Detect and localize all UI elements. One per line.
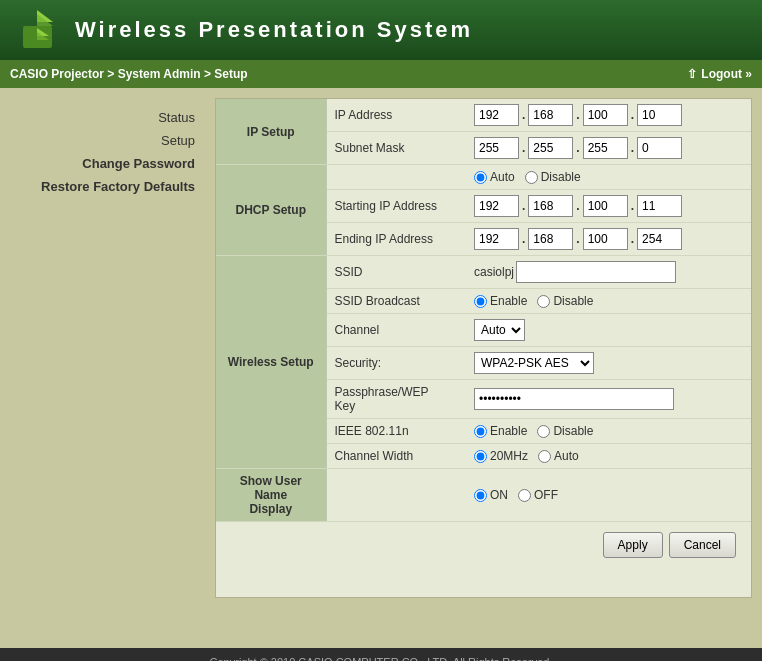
ssid-broadcast-label: SSID Broadcast	[326, 289, 466, 314]
ip-octet-3[interactable]	[583, 104, 628, 126]
channel-width-value: 20MHz Auto	[466, 444, 751, 469]
logo	[15, 8, 60, 53]
wireless-setup-label: Wireless Setup	[216, 256, 326, 469]
dhcp-mode-row: DHCP Setup Auto Disable	[216, 165, 751, 190]
ieee-label: IEEE 802.11n	[326, 419, 466, 444]
passphrase-value	[466, 380, 751, 419]
subnet-octet-3[interactable]	[583, 137, 628, 159]
subnet-octet-4[interactable]	[637, 137, 682, 159]
ssid-label: SSID	[326, 256, 466, 289]
security-select[interactable]: WPA2-PSK AES None WEP	[474, 352, 594, 374]
show-user-off-radio[interactable]	[518, 489, 531, 502]
form-table: IP Setup IP Address . . .	[216, 99, 751, 522]
ssid-broadcast-disable-option[interactable]: Disable	[537, 294, 593, 308]
ieee-enable-option[interactable]: Enable	[474, 424, 527, 438]
starting-ip-octet-2[interactable]	[528, 195, 573, 217]
ip-setup-label: IP Setup	[216, 99, 326, 165]
dhcp-disable-option[interactable]: Disable	[525, 170, 581, 184]
ip-address-label: IP Address	[326, 99, 466, 132]
dhcp-auto-radio[interactable]	[474, 171, 487, 184]
show-user-off-option[interactable]: OFF	[518, 488, 558, 502]
ending-ip-value: . . .	[466, 223, 751, 256]
sidebar-item-change-password[interactable]: Change Password	[82, 154, 195, 173]
channel-width-auto-option[interactable]: Auto	[538, 449, 579, 463]
breadcrumb: CASIO Projector > System Admin > Setup	[10, 67, 248, 81]
ssid-value: casiolpj	[466, 256, 751, 289]
ieee-disable-option[interactable]: Disable	[537, 424, 593, 438]
show-user-label-empty	[326, 469, 466, 522]
ssid-row: Wireless Setup SSID casiolpj	[216, 256, 751, 289]
starting-ip-octet-1[interactable]	[474, 195, 519, 217]
starting-ip-value: . . .	[466, 190, 751, 223]
apply-button[interactable]: Apply	[603, 532, 663, 558]
content-inner: IP Setup IP Address . . .	[215, 98, 752, 598]
sidebar-item-restore-factory[interactable]: Restore Factory Defaults	[41, 177, 195, 196]
ssid-broadcast-disable-radio[interactable]	[537, 295, 550, 308]
logout-arrow-icon: ⇧	[687, 67, 697, 81]
subnet-mask-value: . . .	[466, 132, 751, 165]
ssid-broadcast-value: Enable Disable	[466, 289, 751, 314]
content-area: IP Setup IP Address . . .	[205, 88, 762, 648]
ieee-value: Enable Disable	[466, 419, 751, 444]
ip-octet-2[interactable]	[528, 104, 573, 126]
channel-width-20mhz-option[interactable]: 20MHz	[474, 449, 528, 463]
security-label: Security:	[326, 347, 466, 380]
ssid-broadcast-enable-option[interactable]: Enable	[474, 294, 527, 308]
subnet-octet-1[interactable]	[474, 137, 519, 159]
ending-ip-octet-1[interactable]	[474, 228, 519, 250]
subnet-mask-label: Subnet Mask	[326, 132, 466, 165]
ieee-disable-radio[interactable]	[537, 425, 550, 438]
ending-ip-octet-4[interactable]	[637, 228, 682, 250]
header: Wireless Presentation System	[0, 0, 762, 60]
show-user-row: Show User Name Display ON OFF	[216, 469, 751, 522]
channel-width-label: Channel Width	[326, 444, 466, 469]
ip-octet-1[interactable]	[474, 104, 519, 126]
header-title: Wireless Presentation System	[75, 17, 473, 43]
channel-select[interactable]: Auto	[474, 319, 525, 341]
copyright-text: Copyright © 2010 CASIO COMPUTER CO., LTD…	[210, 656, 553, 661]
ssid-broadcast-enable-radio[interactable]	[474, 295, 487, 308]
show-user-on-radio[interactable]	[474, 489, 487, 502]
sidebar-item-status[interactable]: Status	[158, 108, 195, 127]
sidebar: Status Setup Change Password Restore Fac…	[0, 88, 205, 648]
starting-ip-label: Starting IP Address	[326, 190, 466, 223]
passphrase-input[interactable]	[474, 388, 674, 410]
channel-label: Channel	[326, 314, 466, 347]
show-user-value: ON OFF	[466, 469, 751, 522]
security-value: WPA2-PSK AES None WEP	[466, 347, 751, 380]
passphrase-label: Passphrase/WEP Key	[326, 380, 466, 419]
sidebar-item-setup[interactable]: Setup	[161, 131, 195, 150]
footer: Copyright © 2010 CASIO COMPUTER CO., LTD…	[0, 648, 762, 661]
ending-ip-label: Ending IP Address	[326, 223, 466, 256]
logout-button[interactable]: ⇧ Logout »	[687, 67, 752, 81]
subnet-octet-2[interactable]	[528, 137, 573, 159]
dhcp-setup-label: DHCP Setup	[216, 165, 326, 256]
ssid-input[interactable]	[516, 261, 676, 283]
starting-ip-octet-3[interactable]	[583, 195, 628, 217]
ending-ip-octet-2[interactable]	[528, 228, 573, 250]
show-user-on-option[interactable]: ON	[474, 488, 508, 502]
ip-address-row: IP Setup IP Address . . .	[216, 99, 751, 132]
ssid-prefix: casiolpj	[474, 265, 516, 279]
show-user-label: Show User Name Display	[216, 469, 326, 522]
cancel-button[interactable]: Cancel	[669, 532, 736, 558]
buttons-row: Apply Cancel	[216, 522, 751, 568]
ending-ip-octet-3[interactable]	[583, 228, 628, 250]
channel-width-20mhz-radio[interactable]	[474, 450, 487, 463]
ip-address-value: . . .	[466, 99, 751, 132]
dhcp-auto-option[interactable]: Auto	[474, 170, 515, 184]
starting-ip-octet-4[interactable]	[637, 195, 682, 217]
main-container: Status Setup Change Password Restore Fac…	[0, 88, 762, 648]
dhcp-disable-radio[interactable]	[525, 171, 538, 184]
ip-octet-4[interactable]	[637, 104, 682, 126]
ieee-enable-radio[interactable]	[474, 425, 487, 438]
dhcp-mode-value: Auto Disable	[466, 165, 751, 190]
navbar: CASIO Projector > System Admin > Setup ⇧…	[0, 60, 762, 88]
dhcp-mode-label	[326, 165, 466, 190]
channel-value: Auto	[466, 314, 751, 347]
channel-width-auto-radio[interactable]	[538, 450, 551, 463]
